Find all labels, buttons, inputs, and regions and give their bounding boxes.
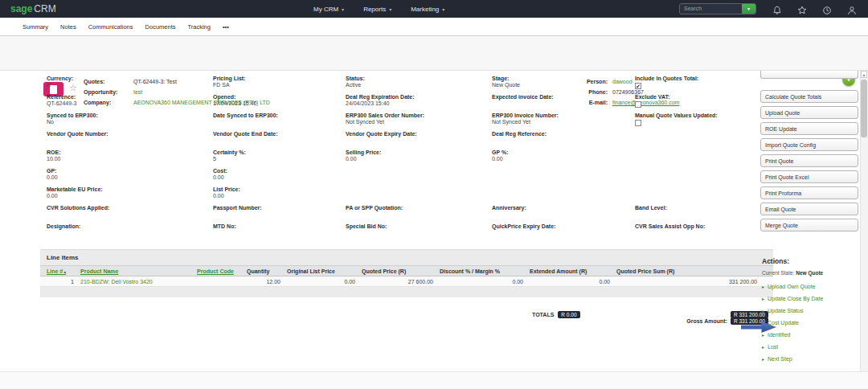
detail-field: Selling Price:0.00	[346, 149, 492, 168]
action-update-status[interactable]: ▸Update Status	[762, 305, 858, 317]
column-header-product-name[interactable]: Product Name	[80, 268, 197, 274]
current-state-label: Current State:	[762, 270, 794, 276]
sage-crm-page: sageCRM My CRM▾Reports▾Marketing▾ Search…	[0, 0, 868, 389]
roe-update-button[interactable]: ROE Update	[760, 122, 858, 135]
clipped-button[interactable]	[760, 71, 858, 79]
vertical-scrollbar-thumb[interactable]	[861, 80, 867, 137]
menu-marketing[interactable]: Marketing▾	[411, 6, 444, 13]
search-placeholder: Search	[680, 4, 742, 14]
field-label: Special Bid No:	[346, 223, 492, 229]
line-items-title: Line Items	[47, 254, 79, 261]
bottom-strip	[0, 371, 868, 389]
brand-crm: CRM	[34, 3, 55, 14]
tab-summary[interactable]: Summary	[23, 23, 48, 31]
tab-documents[interactable]: Documents	[145, 23, 176, 31]
action-upload-own-quote[interactable]: ▸Upload Own Quote	[762, 280, 858, 293]
cell-product-name[interactable]: 210-BDZW: Dell Vostro 3420	[80, 279, 197, 285]
column-header-product-code[interactable]: Product Code	[197, 268, 247, 274]
actions-title: Actions:	[762, 257, 858, 265]
detail-field: CVR Sales Assist Opp No:	[635, 223, 760, 242]
checkbox[interactable]	[635, 83, 641, 89]
detail-field: Exclude VAT:	[635, 94, 760, 113]
tab-communications[interactable]: Communications	[88, 23, 133, 31]
field-value: QT-62449-3	[47, 100, 213, 106]
action-label: Identified	[768, 332, 790, 338]
field-value: 10.00	[47, 156, 213, 162]
import-quote-config-button[interactable]: Import Quote Config	[760, 138, 858, 151]
field-value: Not Synced Yet	[346, 119, 492, 125]
column-header-line[interactable]: Line # ▴	[47, 268, 80, 274]
detail-field: CVR Solutions Applied:	[47, 205, 213, 223]
field-label: Deal Reg Reference:	[492, 131, 635, 137]
email-quote-button[interactable]: Email Quote	[760, 203, 858, 215]
field-value: 0.00	[213, 193, 346, 199]
tab-notes[interactable]: Notes	[60, 23, 76, 31]
favorites-star-icon[interactable]	[797, 4, 807, 14]
detail-field: GP %:0.00	[492, 149, 635, 168]
field-label: Expected invoice Date:	[492, 94, 635, 100]
recent-clock-icon[interactable]	[822, 4, 832, 14]
print-quote-button[interactable]: Print Quote	[760, 154, 858, 167]
detail-field: Vendor Quote Number:	[47, 131, 213, 149]
field-label: Certainty %:	[213, 149, 346, 155]
triangle-bullet-icon: ▸	[762, 308, 764, 313]
column-header-extended-amount-r: Extended Amount (R)	[530, 268, 616, 274]
line-items-section: Line Items Line # ▴Product NameProduct C…	[40, 249, 773, 331]
checkbox[interactable]	[635, 120, 641, 126]
triangle-bullet-icon: ▸	[762, 356, 764, 362]
field-label: Status:	[346, 76, 492, 81]
menu-label: My CRM	[313, 6, 338, 13]
tab-tracking[interactable]: Tracking	[187, 23, 210, 31]
merge-quote-button[interactable]: Merge Quote	[760, 219, 858, 231]
calculate-quote-totals-button[interactable]: Calculate Quote Totals	[760, 90, 858, 103]
menu-my-crm[interactable]: My CRM▾	[313, 6, 344, 13]
print-proforma-button[interactable]: Print Proforma	[760, 186, 858, 199]
notifications-bell-icon[interactable]	[772, 4, 782, 14]
field-value: 0.00	[346, 156, 492, 162]
action-cost-update[interactable]: ▸Cost Update	[762, 317, 858, 329]
field-value: Active	[346, 82, 492, 88]
triangle-bullet-icon: ▸	[762, 284, 764, 289]
action-next-step[interactable]: ▸Next Step	[762, 353, 858, 365]
checkbox[interactable]	[635, 101, 641, 108]
profile-user-icon[interactable]	[847, 4, 857, 14]
field-label: Synced to ERP300:	[47, 113, 213, 118]
detail-field	[635, 168, 760, 186]
action-lost[interactable]: ▸Lost	[762, 341, 858, 353]
search-dropdown-button[interactable]: ▾	[742, 4, 755, 14]
field-value: No	[47, 119, 213, 125]
detail-field: Vendor Quote Expiry Date:	[346, 131, 492, 149]
detail-field: ERP300 Sales Order Number:Not Synced Yet	[346, 113, 492, 131]
upload-quote-button[interactable]: Upload Quote	[760, 106, 858, 119]
tab-more[interactable]: •••	[223, 23, 229, 31]
action-label: Next Step	[768, 356, 792, 362]
detail-row: GP:0.00Cost:0.00	[0, 168, 760, 186]
column-header-discount-margin: Discount % / Margin %	[440, 268, 530, 274]
scroll-up-arrow-icon[interactable]: ▲	[861, 71, 867, 78]
menu-reports[interactable]: Reports▾	[363, 6, 391, 13]
field-label: CVR Sales Assist Opp No:	[635, 223, 760, 229]
brand-logo[interactable]: sageCRM	[10, 3, 56, 14]
search-input[interactable]: Search ▾	[679, 3, 756, 14]
chevron-down-icon: ▾	[342, 6, 344, 12]
detail-row: Synced to ERP300:NoDate Synced to ERP300…	[0, 113, 760, 131]
detail-field: ERP300 Invoice Number:Not Synced Yet	[492, 113, 635, 131]
field-label: Band Level:	[635, 205, 760, 211]
action-update-close-by-date[interactable]: ▸Update Close By Date	[762, 293, 858, 305]
print-quote-excel-button[interactable]: Print Quote Excel	[760, 170, 858, 183]
detail-field: ROE:10.00	[47, 149, 213, 168]
field-label: Include In Quotes Total:	[635, 76, 760, 81]
field-value: 0.00	[47, 193, 213, 199]
gross-amount-line: Gross Amount: R 331 200.00	[686, 317, 768, 325]
detail-field: Synced to ERP300:No	[47, 113, 213, 131]
field-label: Marketable EU Price:	[47, 186, 213, 192]
field-label: Manual Quote Values Updated:	[635, 113, 760, 118]
column-header-original-list-price: Original List Price	[287, 268, 362, 274]
detail-field: Status:Active	[346, 76, 492, 94]
action-identified[interactable]: ▸Identified	[762, 329, 858, 341]
detail-field: Date Synced to ERP300:	[213, 113, 346, 131]
detail-field: Deal Reg Expiration Date:24/04/2023 15:4…	[346, 94, 492, 113]
field-label: Designation:	[47, 223, 213, 229]
detail-row: Marketable EU Price:0.00List Price:0.00	[0, 186, 760, 205]
line-items-empty-row	[40, 287, 773, 297]
